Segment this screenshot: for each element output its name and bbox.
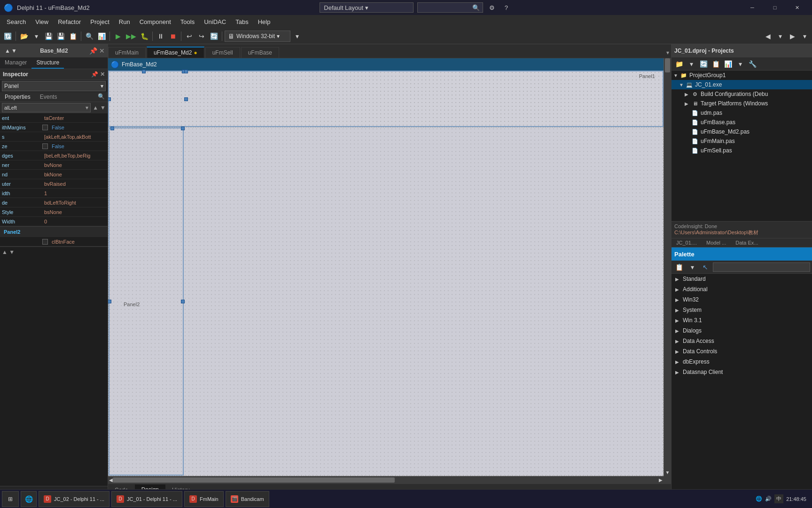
project-tool5[interactable]: 📊 xyxy=(722,58,734,70)
start-btn[interactable]: ⊞ xyxy=(2,491,19,507)
tree-build-configs[interactable]: ▶ ⚙ Build Configurations (Debu xyxy=(671,89,812,99)
menu-view[interactable]: View xyxy=(31,16,53,27)
open-btn[interactable]: 📂 xyxy=(18,31,30,42)
handle-ml[interactable] xyxy=(108,97,111,101)
form-content[interactable]: Panel1 Panel2 xyxy=(108,71,664,476)
tree-udm[interactable]: ▶ 📄 udm.pas xyxy=(671,108,812,118)
forward-btn[interactable]: ▶ xyxy=(787,31,798,42)
new-btn[interactable]: 🔃 xyxy=(2,31,13,42)
palette-tool1[interactable]: 📋 xyxy=(673,262,685,273)
structure-tab[interactable]: Structure xyxy=(31,57,64,69)
taskbar-jc02[interactable]: D JC_02 - Delphi 11 - ... xyxy=(39,491,109,507)
maximize-button[interactable]: □ xyxy=(764,0,786,15)
subtab-dataex[interactable]: Data Ex... xyxy=(731,238,763,247)
palette-additional[interactable]: ▶ Additional xyxy=(671,284,812,294)
scroll-thumb-h[interactable] xyxy=(113,477,395,483)
save-btn[interactable]: 💾 xyxy=(43,31,54,42)
minimize-button[interactable]: ─ xyxy=(742,0,763,15)
tab-events[interactable]: Events xyxy=(35,92,62,102)
scroll-left-arrow[interactable]: ◀ xyxy=(109,477,113,483)
platform-selector[interactable]: 🖥 Windows 32-bit ▾ xyxy=(225,31,290,42)
tab-properties[interactable]: Properties xyxy=(0,92,35,102)
checkbox-ze[interactable] xyxy=(42,143,48,149)
taskbar-fmmain[interactable]: D FmMain xyxy=(184,491,224,507)
taskbar-bandicam[interactable]: 🎬 Bandicam xyxy=(226,491,269,507)
nav-up[interactable]: ▲ xyxy=(5,48,10,54)
network-icon[interactable]: 🌐 xyxy=(756,496,762,502)
stop-btn[interactable]: ⏹ xyxy=(167,31,179,42)
panel2[interactable]: Panel2 xyxy=(108,127,664,476)
vertical-scrollbar[interactable]: ▲ ▼ xyxy=(664,58,671,476)
palette-dialogs[interactable]: ▶ Dialogs xyxy=(671,325,812,336)
tree-ufmmain[interactable]: ▶ 📄 uFmMain.pas xyxy=(671,136,812,146)
ime-icon[interactable]: 中 xyxy=(774,494,783,503)
subtab-model[interactable]: Model ... xyxy=(702,238,731,247)
handle-p2-mr[interactable] xyxy=(181,300,185,303)
tree-ufmbase-md2[interactable]: ▶ 📄 uFmBase_Md2.pas xyxy=(671,127,812,136)
menu-project[interactable]: Project xyxy=(86,16,114,27)
browser-icon[interactable]: 🌐 xyxy=(21,491,37,507)
palette-search-input[interactable] xyxy=(713,262,810,272)
pin-icon[interactable]: 📌 xyxy=(89,47,97,55)
project-tool1[interactable]: 📁 xyxy=(673,58,685,70)
align-dropdown[interactable]: alLeft ▾ xyxy=(2,103,91,112)
handle-tl[interactable] xyxy=(142,70,146,73)
palette-standard[interactable]: ▶ Standard xyxy=(671,274,812,284)
project-tool3[interactable]: 🔄 xyxy=(698,58,709,70)
tree-ufmbase[interactable]: ▶ 📄 uFmBase.pas xyxy=(671,118,812,127)
sound-icon[interactable]: 🔊 xyxy=(765,496,772,502)
handle-tr[interactable] xyxy=(184,70,188,73)
component-selector[interactable]: Panel ▾ xyxy=(2,81,106,91)
tree-jc01exe[interactable]: ▼ 💻 JC_01.exe xyxy=(671,80,812,89)
step1[interactable]: ↩ xyxy=(184,31,195,42)
menu-refactor[interactable]: Refactor xyxy=(53,16,86,27)
panel2-area[interactable]: Panel2 xyxy=(109,127,184,476)
tab-ufmbase-md2[interactable]: uFmBase_Md2 ● xyxy=(147,47,204,58)
handle-mr[interactable] xyxy=(184,97,188,101)
palette-win31[interactable]: ▶ Win 3.1 xyxy=(671,315,812,325)
scroll-down-arrow[interactable]: ▼ xyxy=(664,470,671,475)
tree-target-platforms[interactable]: ▶ 🖥 Target Platforms (Windows xyxy=(671,99,812,108)
close-panel-icon[interactable]: ✕ xyxy=(99,47,105,55)
palette-win32[interactable]: ▶ Win32 xyxy=(671,294,812,305)
menu-component[interactable]: Component xyxy=(135,16,176,27)
checkbox-panel2color[interactable] xyxy=(42,239,48,245)
tab-ufmbase[interactable]: uFmBase xyxy=(241,47,279,58)
step3[interactable]: 🔄 xyxy=(208,31,219,42)
nav-down[interactable]: ▼ xyxy=(11,48,17,54)
manager-tab[interactable]: Manager xyxy=(0,57,31,69)
palette-system[interactable]: ▶ System xyxy=(671,305,812,315)
palette-arrow1[interactable]: ▾ xyxy=(687,262,698,273)
tab-ufmsell[interactable]: uFmSell xyxy=(205,47,240,58)
menu-search[interactable]: Search xyxy=(2,16,31,27)
subtab-jc01[interactable]: JC_01.... xyxy=(671,238,702,247)
project-tool7[interactable]: 🔧 xyxy=(747,58,758,70)
back-btn[interactable]: ◀ xyxy=(762,31,773,42)
panel1[interactable]: Panel1 xyxy=(108,71,664,127)
palette-datacontrols[interactable]: ▶ Data Controls xyxy=(671,346,812,357)
tab-scroll-btn[interactable]: ▾ xyxy=(664,48,671,58)
project-tool2[interactable]: ▾ xyxy=(686,58,697,70)
menu-help[interactable]: Help xyxy=(253,16,275,27)
inspector-btn[interactable]: 🔍 xyxy=(84,31,95,42)
taskbar-jc01[interactable]: D JC_01 - Delphi 11 - ... xyxy=(111,491,182,507)
titlebar-search-input[interactable] xyxy=(421,4,472,11)
tree-ufmsell[interactable]: ▶ 📄 uFmSell.pas xyxy=(671,146,812,155)
close-button[interactable]: ✕ xyxy=(787,0,808,15)
project-tool4[interactable]: 📋 xyxy=(710,58,721,70)
forward-arrow[interactable]: ▾ xyxy=(799,31,810,42)
structure-btn[interactable]: 📊 xyxy=(96,31,107,42)
platform-arrow[interactable]: ▾ xyxy=(291,31,303,42)
project-tool6[interactable]: ▾ xyxy=(734,58,746,70)
layout-dropdown[interactable]: Default Layout ▾ xyxy=(320,2,414,13)
handle-p2-tl[interactable] xyxy=(110,127,114,130)
palette-dbexpress[interactable]: ▶ dbExpress xyxy=(671,357,812,367)
save-all-btn[interactable]: 💾 xyxy=(55,31,66,42)
scroll-up-icon[interactable]: ▲ xyxy=(2,249,8,255)
palette-datasnap[interactable]: ▶ Datasnap Client xyxy=(671,367,812,377)
inspector-pin-icon[interactable]: 📌 xyxy=(91,71,98,78)
prop-search-btn[interactable]: 🔍 xyxy=(95,92,108,102)
palette-cursor-icon[interactable]: ↖ xyxy=(700,262,711,273)
tab-ufmmain[interactable]: uFmMain xyxy=(108,47,146,58)
menu-tabs[interactable]: Tabs xyxy=(231,16,253,27)
